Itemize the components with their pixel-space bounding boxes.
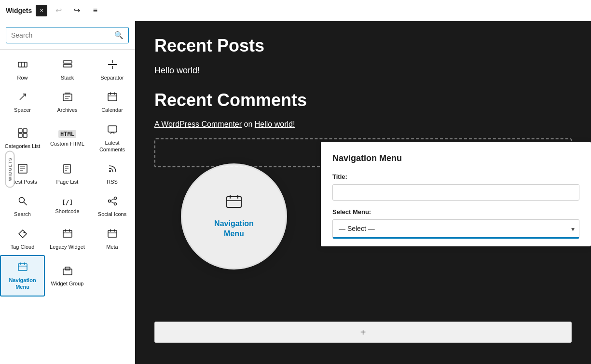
svg-rect-37 [63, 230, 72, 237]
widget-meta[interactable]: Meta [90, 223, 135, 255]
title-field-label: Title: [332, 173, 579, 180]
separator-icon [107, 59, 118, 72]
recent-comments-title: Recent Comments [154, 90, 572, 110]
svg-point-36 [23, 231, 25, 233]
main-layout: 🔍 WIDGETS Row [0, 21, 591, 364]
widget-stack[interactable]: Stack [45, 54, 90, 86]
widget-archives-label: Archives [57, 107, 77, 113]
select-menu-wrap: — Select — ▾ [332, 219, 579, 239]
rss-icon [107, 163, 118, 176]
search-input[interactable] [6, 27, 110, 43]
topbar: Widgets × ↩ ↪ ≡ [0, 0, 591, 21]
widget-page-list-label: Page List [56, 178, 79, 185]
widget-archives[interactable]: Archives [45, 86, 90, 118]
nav-menu-circle-icon [225, 194, 243, 215]
plus-bar[interactable]: + [154, 322, 572, 343]
nav-menu-circle: NavigationMenu [181, 163, 287, 270]
app-title: Widgets [6, 7, 32, 14]
widget-page-list[interactable]: Page List [45, 158, 90, 190]
widget-social-icons[interactable]: Social Icons [90, 190, 135, 222]
widget-group[interactable]: Widget Group [45, 255, 90, 297]
widget-tag-cloud-label: Tag Cloud [11, 243, 35, 250]
redo-button[interactable]: ↪ [69, 3, 84, 18]
svg-line-35 [110, 202, 114, 203]
archives-icon [62, 92, 73, 104]
title-input[interactable] [332, 184, 579, 201]
widget-navigation-menu[interactable]: Navigation Menu [0, 255, 45, 297]
widget-legacy[interactable]: Legacy Widget [45, 223, 90, 255]
widget-group-icon [62, 265, 73, 278]
widget-shortcode[interactable]: [/] Shortcode [45, 190, 90, 222]
widget-shortcode-label: Shortcode [55, 208, 79, 215]
search-input-wrap: 🔍 [6, 27, 129, 43]
svg-point-31 [114, 197, 116, 200]
widget-legacy-label: Legacy Widget [50, 243, 85, 250]
widget-rss-label: RSS [107, 178, 118, 185]
svg-rect-45 [18, 264, 27, 270]
legacy-icon [62, 229, 73, 241]
svg-rect-50 [65, 267, 70, 270]
menu-button[interactable]: ≡ [88, 3, 102, 18]
widget-calendar-label: Calendar [101, 107, 123, 113]
widget-rss[interactable]: RSS [90, 158, 135, 190]
svg-rect-16 [23, 129, 27, 133]
select-menu-label: Select Menu: [332, 208, 579, 216]
undo-button[interactable]: ↩ [51, 3, 66, 18]
widget-navigation-menu-label: Navigation Menu [5, 277, 40, 291]
svg-rect-17 [18, 134, 22, 137]
svg-rect-15 [18, 129, 22, 133]
spacer-icon [17, 92, 28, 104]
svg-rect-0 [18, 62, 27, 67]
widgets-badge: WIDGETS [5, 151, 15, 188]
svg-point-32 [108, 200, 110, 202]
widget-spacer[interactable]: Spacer [0, 86, 45, 118]
search-box: 🔍 [0, 21, 135, 50]
svg-line-30 [24, 202, 27, 205]
widgets-grid: Row Stack Separator [0, 54, 135, 297]
tag-cloud-icon [17, 229, 28, 241]
shortcode-icon: [/] [62, 199, 73, 205]
categories-icon [17, 128, 28, 140]
widget-social-icons-label: Social Icons [98, 211, 126, 217]
close-button[interactable]: × [36, 5, 47, 16]
comment-post-link[interactable]: Hello world! [255, 120, 295, 128]
select-menu-dropdown[interactable]: — Select — [332, 219, 579, 239]
stack-icon [62, 59, 73, 72]
widget-search-label: Search [14, 211, 31, 217]
search-button[interactable]: 🔍 [110, 28, 128, 42]
widget-custom-html[interactable]: HTML Custom HTML [45, 119, 90, 158]
nav-menu-icon [17, 262, 28, 274]
widget-meta-label: Meta [106, 243, 118, 250]
svg-point-33 [114, 203, 116, 205]
widget-group-label: Widget Group [51, 280, 84, 287]
svg-rect-11 [108, 94, 117, 101]
svg-rect-18 [23, 134, 27, 137]
svg-rect-19 [108, 126, 117, 132]
widget-categories-label: Categories List [5, 143, 40, 149]
widget-custom-html-label: Custom HTML [50, 140, 84, 147]
svg-rect-51 [227, 197, 241, 207]
widget-calendar[interactable]: Calendar [90, 86, 135, 118]
svg-rect-4 [63, 65, 72, 67]
widget-stack-label: Stack [61, 74, 74, 81]
hello-world-link[interactable]: Hello world! [154, 66, 200, 75]
widget-search[interactable]: Search [0, 190, 45, 222]
comment-on-text: on [244, 120, 255, 128]
widget-tag-cloud[interactable]: Tag Cloud [0, 223, 45, 255]
calendar-icon [107, 92, 118, 104]
social-icons-icon [107, 196, 118, 208]
widget-search-icon [17, 196, 28, 208]
plus-icon: + [360, 327, 366, 338]
nav-widget-panel-title: Navigation Menu [332, 153, 579, 163]
row-icon [17, 59, 28, 72]
svg-rect-8 [63, 94, 72, 101]
nav-menu-popup: NavigationMenu [181, 163, 287, 270]
svg-line-34 [110, 199, 114, 201]
widget-separator[interactable]: Separator [90, 54, 135, 86]
page-list-icon [62, 163, 73, 176]
widget-row[interactable]: Row [0, 54, 45, 86]
recent-posts-title: Recent Posts [154, 36, 572, 56]
comment-author-link[interactable]: A WordPress Commenter [154, 120, 242, 128]
search-icon: 🔍 [114, 31, 124, 39]
widget-latest-comments[interactable]: Latest Comments [90, 119, 135, 158]
